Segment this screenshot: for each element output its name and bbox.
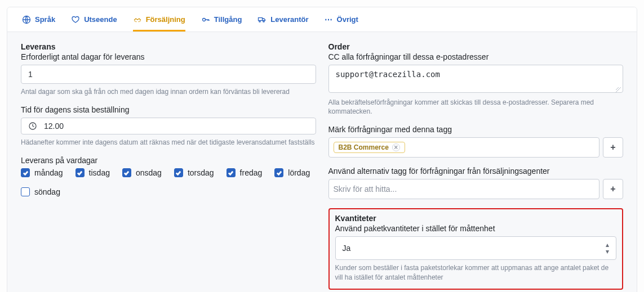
tag-chip: B2B Commerce × [334,142,405,153]
quantities-heading: Kvantiteter [335,214,617,223]
weekday-checkbox-söndag[interactable]: söndag [21,187,60,196]
tab-bar: Språk Utseende Försäljning Tillgång Leve… [7,7,637,32]
weekday-label: onsdag [136,168,162,177]
key-icon [201,15,210,24]
delivery-heading: Leverans [21,42,316,51]
order-heading: Order [328,42,624,51]
left-column: Leverans Erforderligt antal dagar för le… [21,42,316,290]
tag-chip-label: B2B Commerce [339,143,389,151]
tab-label: Övrigt [337,15,358,24]
tab-supplier[interactable]: Leverantör [257,7,308,32]
cutoff-help: Hädanefter kommer inte dagens datum att … [21,138,316,147]
tab-other[interactable]: ⋯ Övrigt [325,7,358,32]
globe-icon [22,15,31,24]
handshake-icon [133,15,142,24]
content-area: Leverans Erforderligt antal dagar för le… [7,32,637,292]
alt-tag-input[interactable]: Skriv för att hitta... [328,179,600,199]
quantities-value: Ja [343,244,351,253]
svg-rect-2 [259,17,263,20]
checkbox-icon [226,168,236,177]
quantities-help: Kunder som beställer i fasta paketstorle… [335,263,617,281]
quantities-section: Kvantiteter Använd paketkvantiteter i st… [328,208,624,289]
cc-help: Alla bekräftelseförfrågningar kommer att… [328,98,624,116]
weekdays-label: Leverans på vardagar [21,156,316,165]
weekday-checkbox-måndag[interactable]: måndag [21,168,63,177]
cc-textarea[interactable] [328,65,624,93]
tab-label: Leverantör [270,15,308,24]
weekday-row: måndagtisdagonsdagtorsdagfredaglördagsön… [21,168,316,196]
weekday-label: lördag [288,168,310,177]
cutoff-value: 12.00 [44,122,64,131]
alt-tag-label: Använd alternativ tagg för förfrågningar… [328,167,624,176]
quantities-select[interactable]: Ja ▴▾ [335,236,617,260]
tab-label: Försäljning [146,15,185,24]
clock-icon [28,122,37,131]
add-tag-button[interactable]: + [603,137,623,158]
svg-point-1 [202,18,205,21]
weekday-label: måndag [34,168,63,177]
tab-label: Språk [35,15,55,24]
checkbox-icon [274,168,283,177]
days-input[interactable] [21,65,316,84]
weekday-checkbox-torsdag[interactable]: torsdag [174,168,214,177]
settings-panel: Språk Utseende Försäljning Tillgång Leve… [7,7,637,292]
checkbox-icon [75,168,85,177]
cc-label: CC alla förfrågningar till dessa e-posta… [328,52,624,61]
alt-tag-placeholder: Skriv för att hitta... [334,185,397,194]
tab-language[interactable]: Språk [22,7,55,32]
svg-point-3 [259,20,260,21]
tab-label: Utseende [84,15,117,24]
quantities-label: Använd paketkvantiteter i stället för må… [335,224,617,233]
tag-label: Märk förfrågningar med denna tagg [328,125,624,134]
days-label: Erforderligt antal dagar för leverans [21,52,316,61]
tab-label: Tillgång [214,15,242,24]
checkbox-icon [122,168,131,177]
cutoff-label: Tid för dagens sista beställning [21,105,316,114]
tab-appearance[interactable]: Utseende [71,7,117,32]
tab-sales[interactable]: Försäljning [133,7,185,32]
weekday-label: torsdag [188,168,214,177]
ellipsis-icon: ⋯ [325,15,333,24]
weekday-label: söndag [34,187,60,196]
right-column: Order CC alla förfrågningar till dessa e… [328,42,624,290]
truck-icon [257,15,267,24]
weekday-label: tisdag [89,168,110,177]
checkbox-icon [21,168,30,177]
svg-point-4 [263,20,264,21]
tag-input[interactable]: B2B Commerce × [328,137,600,158]
tab-access[interactable]: Tillgång [201,7,242,32]
weekday-checkbox-fredag[interactable]: fredag [226,168,263,177]
weekday-label: fredag [240,168,263,177]
weekday-checkbox-onsdag[interactable]: onsdag [122,168,162,177]
chevron-updown-icon: ▴▾ [606,241,609,255]
heart-icon [71,15,80,24]
weekday-checkbox-lördag[interactable]: lördag [274,168,310,177]
add-alt-tag-button[interactable]: + [603,179,623,199]
weekday-checkbox-tisdag[interactable]: tisdag [75,168,110,177]
checkbox-icon [21,187,30,196]
checkbox-icon [174,168,183,177]
days-help: Antal dagar som ska gå från och med dage… [21,87,316,96]
remove-tag-icon[interactable]: × [392,143,400,151]
cutoff-input[interactable]: 12.00 [21,118,316,134]
